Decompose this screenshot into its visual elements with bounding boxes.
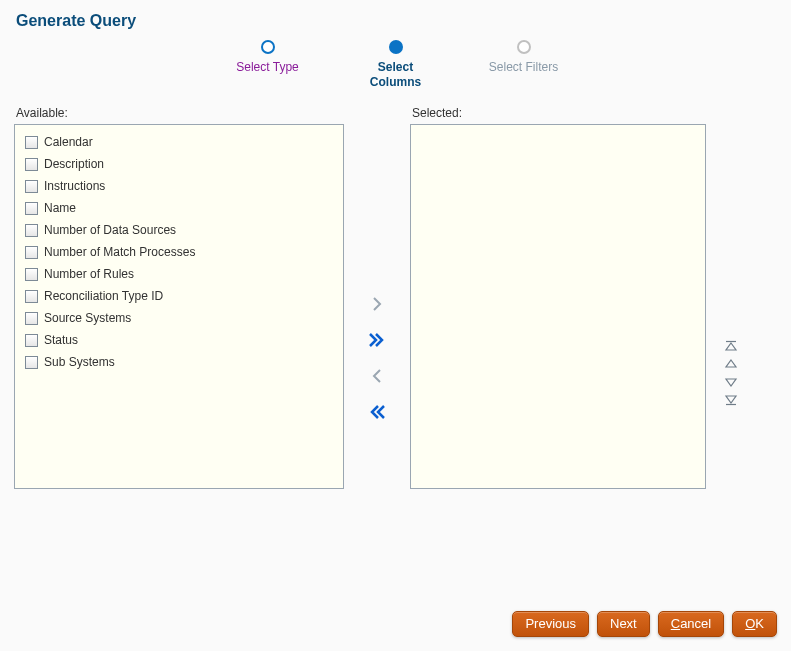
list-item-label: Status — [44, 331, 78, 349]
list-item-label: Number of Rules — [44, 265, 134, 283]
available-column: Available: CalendarDescriptionInstructio… — [14, 106, 344, 489]
selected-list[interactable] — [410, 124, 706, 489]
ok-button[interactable]: OK — [732, 611, 777, 637]
step-dot-icon — [261, 40, 275, 54]
cancel-button[interactable]: Cancel — [658, 611, 724, 637]
shuttle-buttons — [354, 106, 400, 489]
move-right-button[interactable] — [365, 293, 389, 315]
checkbox-icon[interactable] — [25, 224, 38, 237]
list-item-label: Description — [44, 155, 104, 173]
page-title: Generate Query — [16, 12, 777, 30]
list-item-label: Name — [44, 199, 76, 217]
checkbox-icon[interactable] — [25, 290, 38, 303]
move-left-button[interactable] — [365, 365, 389, 387]
button-accel: C — [671, 616, 680, 631]
list-item[interactable]: Number of Rules — [21, 263, 337, 285]
arrow-down-icon — [724, 377, 738, 387]
list-item-label: Source Systems — [44, 309, 131, 327]
step-label: Select Filters — [489, 60, 558, 75]
selected-label: Selected: — [412, 106, 706, 120]
list-item[interactable]: Description — [21, 153, 337, 175]
move-all-right-button[interactable] — [365, 329, 389, 351]
list-item-label: Reconciliation Type ID — [44, 287, 163, 305]
button-label: Next — [610, 616, 637, 631]
reorder-buttons — [716, 106, 746, 489]
arrow-up-icon — [724, 359, 738, 369]
selected-column: Selected: — [410, 106, 706, 489]
next-button[interactable]: Next — [597, 611, 650, 637]
list-item-label: Sub Systems — [44, 353, 115, 371]
button-accel: O — [745, 616, 755, 631]
button-label: Previous — [525, 616, 576, 631]
checkbox-icon[interactable] — [25, 136, 38, 149]
step-label: Select Type — [236, 60, 298, 75]
list-item-label: Number of Match Processes — [44, 243, 195, 261]
button-label-rest: ancel — [680, 616, 711, 631]
list-item[interactable]: Number of Data Sources — [21, 219, 337, 241]
step-select-columns[interactable]: Select Columns — [351, 40, 441, 90]
list-item-label: Number of Data Sources — [44, 221, 176, 239]
list-item[interactable]: Number of Match Processes — [21, 241, 337, 263]
step-select-type[interactable]: Select Type — [223, 40, 313, 90]
previous-button[interactable]: Previous — [512, 611, 589, 637]
checkbox-icon[interactable] — [25, 334, 38, 347]
chevron-left-icon — [370, 369, 384, 383]
wizard-footer: Previous Next Cancel OK — [512, 611, 777, 637]
list-item[interactable]: Sub Systems — [21, 351, 337, 373]
list-item[interactable]: Reconciliation Type ID — [21, 285, 337, 307]
shuttle-panes: Available: CalendarDescriptionInstructio… — [14, 106, 777, 489]
button-label-rest: K — [755, 616, 764, 631]
svg-marker-4 — [726, 396, 736, 403]
arrow-bottom-icon — [724, 394, 738, 406]
svg-marker-3 — [726, 379, 736, 386]
checkbox-icon[interactable] — [25, 202, 38, 215]
svg-marker-1 — [726, 343, 736, 350]
wizard-steps: Select Type Select Columns Select Filter… — [14, 40, 777, 90]
move-top-button[interactable] — [722, 339, 740, 353]
chevron-right-icon — [370, 297, 384, 311]
step-label: Select Columns — [351, 60, 441, 90]
move-all-left-button[interactable] — [365, 401, 389, 423]
svg-marker-2 — [726, 360, 736, 367]
available-list[interactable]: CalendarDescriptionInstructionsNameNumbe… — [14, 124, 344, 489]
arrow-top-icon — [724, 340, 738, 352]
checkbox-icon[interactable] — [25, 158, 38, 171]
step-dot-icon — [517, 40, 531, 54]
checkbox-icon[interactable] — [25, 268, 38, 281]
available-label: Available: — [16, 106, 344, 120]
generate-query-dialog: Generate Query Select Type Select Column… — [0, 0, 791, 651]
step-select-filters[interactable]: Select Filters — [479, 40, 569, 90]
list-item-label: Instructions — [44, 177, 105, 195]
list-item[interactable]: Calendar — [21, 131, 337, 153]
move-bottom-button[interactable] — [722, 393, 740, 407]
checkbox-icon[interactable] — [25, 180, 38, 193]
list-item-label: Calendar — [44, 133, 93, 151]
list-item[interactable]: Name — [21, 197, 337, 219]
checkbox-icon[interactable] — [25, 356, 38, 369]
checkbox-icon[interactable] — [25, 312, 38, 325]
checkbox-icon[interactable] — [25, 246, 38, 259]
list-item[interactable]: Instructions — [21, 175, 337, 197]
chevron-double-left-icon — [368, 405, 386, 419]
move-up-button[interactable] — [722, 357, 740, 371]
chevron-double-right-icon — [368, 333, 386, 347]
move-down-button[interactable] — [722, 375, 740, 389]
list-item[interactable]: Status — [21, 329, 337, 351]
step-dot-icon — [389, 40, 403, 54]
list-item[interactable]: Source Systems — [21, 307, 337, 329]
